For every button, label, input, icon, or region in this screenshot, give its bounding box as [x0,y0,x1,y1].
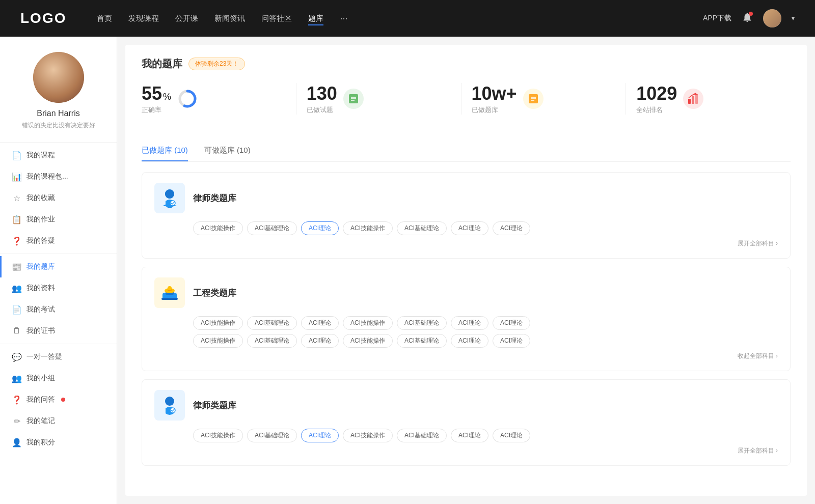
sidebar-item-label: 我的收藏 [26,193,55,203]
tag-item[interactable]: ACI理论 [451,316,488,330]
tag-item[interactable]: ACI理论 [493,334,530,348]
app-download-link[interactable]: APP下载 [703,14,731,23]
expand-btn-3[interactable]: 展开全部科目 › [154,446,778,455]
expand-btn-1[interactable]: 展开全部科目 › [154,239,778,248]
sidebar-item-profile[interactable]: 👥 我的资料 [0,277,117,299]
trial-badge: 体验剩余23天！ [188,58,245,70]
tag-item[interactable]: ACI基础理论 [397,221,447,235]
page-header: 我的题库 体验剩余23天！ [142,57,791,71]
tag-item[interactable]: ACI技能操作 [343,221,393,235]
sidebar-motto: 错误的决定比没有决定要好 [12,121,105,130]
nav-home[interactable]: 首页 [97,12,112,25]
sidebar-item-course-packages[interactable]: 📊 我的课程包... [0,166,117,187]
tag-item-active[interactable]: ACI理论 [301,221,339,235]
tag-item[interactable]: ACI基础理论 [247,334,297,348]
sidebar-item-notes[interactable]: ✏ 我的笔记 [0,410,117,432]
tag-item[interactable]: ACI技能操作 [343,429,393,442]
qbank-title-3: 律师类题库 [193,400,236,411]
sidebar-item-1on1[interactable]: 💬 一对一答疑 [0,346,117,368]
lawyer-icon-2 [154,390,185,421]
done-q-icon [343,89,364,109]
sidebar-item-groups[interactable]: 👥 我的小组 [0,368,117,389]
tag-item[interactable]: ACI理论 [451,221,488,235]
tag-item[interactable]: ACI理论 [301,334,339,348]
tag-item[interactable]: ACI基础理论 [397,316,447,330]
tag-item[interactable]: ACI技能操作 [193,334,243,348]
tag-item[interactable]: ACI基础理论 [247,316,297,330]
tag-item[interactable]: ACI理论 [493,221,530,235]
avatar-image [33,52,84,103]
nav-news[interactable]: 新闻资讯 [214,12,245,25]
tag-item[interactable]: ACI基础理论 [247,429,297,442]
nav-more[interactable]: ··· [340,13,347,24]
tag-item[interactable]: ACI技能操作 [343,334,393,348]
sidebar-item-label: 我的证书 [26,326,55,335]
sidebar-item-points[interactable]: 👤 我的积分 [0,432,117,453]
sidebar-item-homework[interactable]: 📋 我的作业 [0,209,117,230]
navbar-nav: 首页 发现课程 公开课 新闻资讯 问答社区 题库 ··· [97,12,683,25]
stat-done-questions: 130 已做试题 [296,83,461,115]
sidebar-item-label: 我的课程 [26,151,55,160]
sidebar-menu: 📄 我的课程 📊 我的课程包... ☆ 我的收藏 📋 我的作业 ❓ 我的答疑 � [0,145,117,453]
tab-done[interactable]: 已做题库 (10) [142,142,188,161]
nav-qbank[interactable]: 题库 [308,12,323,25]
qbank-tags-2-row1: ACI技能操作 ACI基础理论 ACI理论 ACI技能操作 ACI基础理论 AC… [193,316,778,330]
expand-btn-2[interactable]: 收起全部科目 › [154,352,778,360]
nav-discover[interactable]: 发现课程 [128,12,159,25]
tag-item[interactable]: ACI技能操作 [193,429,243,442]
sidebar-item-label: 我的积分 [26,438,55,447]
stat-done-q-label: 已做试题 [307,105,337,115]
accuracy-donut-chart [177,89,198,109]
svg-rect-10 [688,99,691,104]
tag-item[interactable]: ACI基础理论 [397,334,447,348]
navbar-right: APP下载 ▾ [703,9,795,27]
qbank-header-3: 律师类题库 [154,390,778,421]
tag-item[interactable]: ACI基础理论 [397,429,447,442]
stat-done-b-value: 10w+ [472,83,517,104]
sidebar-item-my-qa[interactable]: ❓ 我的问答 [0,389,117,410]
tag-item[interactable]: ACI理论 [301,316,339,330]
sidebar-item-certificate[interactable]: 🗒 我的证书 [0,320,117,342]
tag-item[interactable]: ACI技能操作 [193,316,243,330]
profile-icon: 👥 [12,284,21,293]
sidebar-item-label: 一对一答疑 [26,352,62,361]
user-dropdown-arrow[interactable]: ▾ [792,15,795,22]
stat-accuracy-info: 55 % 正确率 [142,83,171,115]
nav-qa[interactable]: 问答社区 [261,12,292,25]
sidebar-item-exam[interactable]: 📄 我的考试 [0,299,117,320]
stat-accuracy-value: 55 [142,83,162,104]
nav-opencourse[interactable]: 公开课 [175,12,198,25]
main-layout: Brian Harris 错误的决定比没有决定要好 📄 我的课程 📊 我的课程包… [0,37,815,504]
sidebar-item-qbank[interactable]: 📰 我的题库 [0,256,117,277]
qbank-header-2: 工程类题库 [154,277,778,308]
exam-icon: 📄 [12,305,21,314]
tag-item[interactable]: ACI理论 [493,429,530,442]
tag-item[interactable]: ACI技能操作 [193,221,243,235]
stat-accuracy-unit: % [163,92,171,102]
tag-item[interactable]: ACI基础理论 [247,221,297,235]
sidebar-item-qa[interactable]: ❓ 我的答疑 [0,230,117,251]
qbank-header-1: 律师类题库 [154,183,778,213]
stat-done-q-value: 130 [307,83,337,104]
favorites-icon: ☆ [12,193,21,203]
tag-item[interactable]: ACI理论 [451,334,488,348]
certificate-icon: 🗒 [12,326,21,335]
notification-bell[interactable] [742,12,753,25]
sidebar-item-favorites[interactable]: ☆ 我的收藏 [0,187,117,209]
tag-item[interactable]: ACI理论 [493,316,530,330]
qbank-section-engineer: 工程类题库 ACI技能操作 ACI基础理论 ACI理论 ACI技能操作 ACI基… [142,267,791,371]
tag-item[interactable]: ACI理论 [451,429,488,442]
my-courses-icon: 📄 [12,151,21,160]
qa-icon: ❓ [12,236,21,245]
logo: LOGO [20,10,66,26]
qbank-section-lawyer-1: 律师类题库 ACI技能操作 ACI基础理论 ACI理论 ACI技能操作 ACI基… [142,172,791,259]
sidebar-divider-top [0,142,117,143]
user-avatar[interactable] [763,9,781,27]
tag-item[interactable]: ACI技能操作 [343,316,393,330]
1on1-icon: 💬 [12,352,21,361]
stat-done-q-info: 130 已做试题 [307,83,337,115]
tab-available[interactable]: 可做题库 (10) [204,142,251,161]
sidebar-item-my-courses[interactable]: 📄 我的课程 [0,145,117,166]
tag-item-active[interactable]: ACI理论 [301,429,339,442]
sidebar-item-label: 我的课程包... [26,172,68,181]
